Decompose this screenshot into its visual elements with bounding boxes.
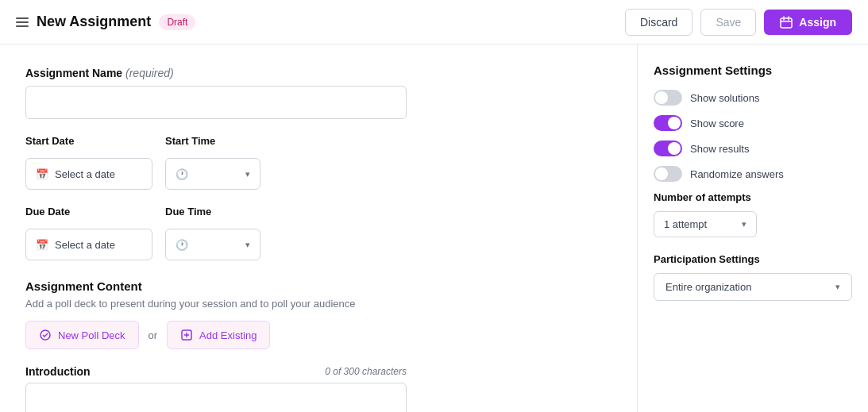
clock-icon: 🕐 — [176, 239, 188, 251]
show-solutions-toggle[interactable] — [654, 90, 682, 106]
assignment-name-field: Assignment Name (required) — [25, 67, 611, 119]
menu-icon[interactable] — [16, 17, 29, 27]
attempts-title: Number of attempts — [654, 191, 852, 203]
discard-button[interactable]: Discard — [625, 9, 692, 36]
start-date-label: Start Date — [25, 135, 152, 147]
content-section-desc: Add a poll deck to present during your s… — [25, 298, 611, 310]
start-time-group: Start Time 🕐 ▾ — [165, 135, 260, 190]
content-area: Assignment Name (required) Start Date 📅 … — [0, 44, 638, 412]
main-container: Assignment Name (required) Start Date 📅 … — [0, 44, 868, 412]
introduction-label: Introduction — [25, 365, 91, 378]
svg-rect-0 — [781, 18, 792, 28]
assign-button[interactable]: Assign — [764, 10, 852, 35]
chevron-down-icon: ▾ — [835, 282, 840, 292]
add-existing-button[interactable]: Add Existing — [167, 321, 270, 349]
calendar-icon — [780, 16, 793, 29]
randomize-answers-label: Randomize answers — [690, 168, 784, 180]
calendar-icon: 📅 — [36, 168, 48, 180]
required-text: (required) — [125, 67, 174, 79]
settings-panel: Assignment Settings Show solutions Show … — [638, 44, 868, 412]
assignment-name-label: Assignment Name (required) — [25, 67, 611, 79]
randomize-answers-row: Randomize answers — [654, 166, 852, 182]
char-count: 0 of 300 characters — [325, 366, 407, 377]
assign-label: Assign — [799, 16, 836, 29]
attempts-value: 1 attempt — [664, 218, 707, 230]
due-time-group: Due Time 🕐 ▾ — [165, 206, 260, 260]
or-separator: or — [149, 329, 158, 341]
show-solutions-label: Show solutions — [690, 92, 759, 104]
start-date-group: Start Date 📅 Select a date — [25, 135, 152, 190]
due-time-picker[interactable]: 🕐 ▾ — [165, 229, 260, 260]
randomize-answers-toggle[interactable] — [654, 166, 682, 182]
chevron-down-icon: ▾ — [245, 169, 250, 179]
due-time-label: Due Time — [165, 206, 260, 218]
add-existing-icon — [180, 329, 193, 341]
attempts-select[interactable]: 1 attempt ▾ — [654, 211, 757, 237]
participation-value: Entire organization — [665, 281, 751, 293]
content-section-title: Assignment Content — [25, 279, 611, 293]
show-results-label: Show results — [690, 143, 749, 155]
new-poll-deck-button[interactable]: New Poll Deck — [25, 321, 139, 349]
start-time-label: Start Time — [165, 135, 260, 147]
show-results-toggle[interactable] — [654, 141, 682, 156]
save-button[interactable]: Save — [700, 9, 756, 36]
participation-select[interactable]: Entire organization ▾ — [654, 273, 852, 301]
introduction-row: Introduction 0 of 300 characters — [25, 365, 407, 378]
due-date-label: Due Date — [25, 206, 152, 218]
show-results-row: Show results — [654, 141, 852, 156]
clock-icon: 🕐 — [176, 168, 188, 180]
show-score-row: Show score — [654, 115, 852, 131]
due-date-time-row: Due Date 📅 Select a date Due Time 🕐 ▾ — [25, 206, 611, 260]
due-date-value: Select a date — [55, 239, 115, 251]
calendar-icon: 📅 — [36, 239, 48, 251]
start-date-value: Select a date — [55, 168, 115, 180]
participation-title: Participation Settings — [654, 253, 852, 265]
show-score-label: Show score — [690, 117, 744, 129]
start-date-picker[interactable]: 📅 Select a date — [25, 158, 152, 190]
introduction-textarea[interactable] — [25, 383, 407, 412]
settings-title: Assignment Settings — [654, 64, 852, 77]
page-title: New Assignment — [37, 13, 151, 30]
due-date-picker[interactable]: 📅 Select a date — [25, 229, 152, 260]
show-score-toggle[interactable] — [654, 115, 682, 131]
header-left: New Assignment Draft — [16, 13, 195, 30]
show-solutions-row: Show solutions — [654, 90, 852, 106]
poll-deck-icon — [39, 329, 52, 341]
chevron-down-icon: ▾ — [742, 219, 746, 229]
draft-badge: Draft — [159, 14, 195, 30]
content-actions: New Poll Deck or Add Existing — [25, 321, 611, 349]
header-actions: Discard Save Assign — [625, 9, 852, 36]
start-date-time-row: Start Date 📅 Select a date Start Time 🕐 … — [25, 135, 611, 190]
start-time-picker[interactable]: 🕐 ▾ — [165, 158, 260, 190]
header: New Assignment Draft Discard Save Assign — [0, 0, 868, 44]
chevron-down-icon: ▾ — [245, 240, 250, 250]
due-date-group: Due Date 📅 Select a date — [25, 206, 152, 260]
assignment-name-input[interactable] — [25, 86, 407, 119]
